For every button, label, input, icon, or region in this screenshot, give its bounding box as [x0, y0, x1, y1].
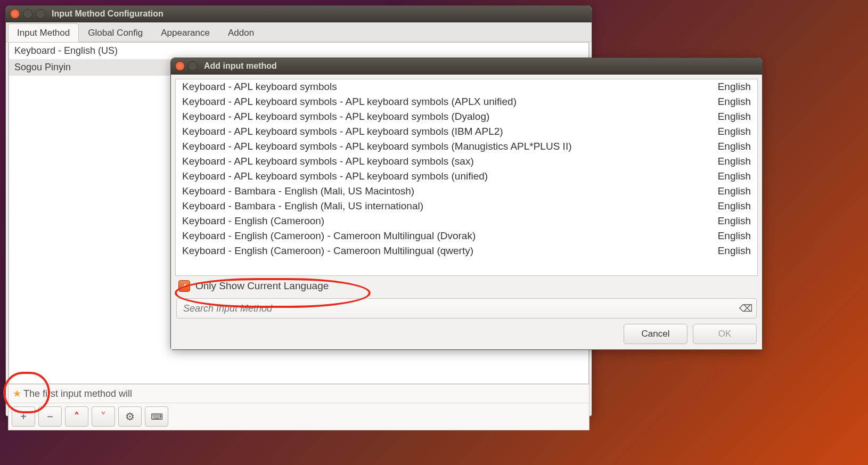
method-name: Keyboard - APL keyboard symbols - APL ke…	[182, 111, 489, 123]
method-language: English	[718, 141, 751, 152]
list-item[interactable]: Keyboard - APL keyboard symbols - APL ke…	[176, 109, 757, 124]
list-item[interactable]: Keyboard - Bambara - English (Mali, US i…	[176, 199, 757, 214]
minus-icon: −	[47, 411, 53, 423]
chevron-down-icon: ˅	[101, 410, 106, 423]
list-item[interactable]: Keyboard - Bambara - English (Mali, US M…	[176, 184, 757, 199]
only-current-language-label: Only Show Current Language	[195, 280, 329, 292]
list-item[interactable]: Keyboard - APL keyboard symbols - APL ke…	[176, 154, 757, 169]
method-name: Keyboard - English (Cameroon) - Cameroon…	[182, 230, 476, 242]
list-item[interactable]: Keyboard - English (Cameroon) - Cameroon…	[176, 229, 757, 243]
method-language: English	[718, 230, 751, 242]
tab-appearance[interactable]: Appearance	[152, 23, 219, 42]
move-down-button[interactable]: ˅	[92, 406, 115, 427]
method-name: Keyboard - Bambara - English (Mali, US i…	[182, 200, 423, 212]
method-name: Keyboard - English (Cameroon)	[182, 215, 324, 227]
close-icon[interactable]	[10, 9, 20, 19]
method-language: English	[718, 245, 751, 257]
tab-input-method[interactable]: Input Method	[8, 23, 79, 42]
dialog-titlebar[interactable]: Add input method	[171, 58, 762, 75]
available-method-list[interactable]: Keyboard - APL keyboard symbolsEnglishKe…	[175, 79, 758, 276]
method-name: Keyboard - English (Cameroon) - Cameroon…	[182, 245, 473, 257]
star-icon: ★	[13, 388, 21, 399]
method-name: Keyboard - APL keyboard symbols	[182, 81, 337, 93]
only-current-language-row[interactable]: ✓ Only Show Current Language	[175, 276, 758, 296]
method-name: Keyboard - Bambara - English (Mali, US M…	[182, 185, 414, 197]
ok-button[interactable]: OK	[693, 324, 757, 344]
tab-addon[interactable]: Addon	[219, 23, 263, 42]
checkbox-checked-icon[interactable]: ✓	[178, 280, 190, 292]
keyboard-layout-button[interactable]: ⌨	[145, 406, 168, 427]
dialog-title: Add input method	[204, 61, 277, 71]
cancel-button[interactable]: Cancel	[624, 324, 687, 344]
method-name: Keyboard - APL keyboard symbols - APL ke…	[182, 156, 474, 167]
window-title: Input Method Configuration	[52, 9, 163, 19]
search-input[interactable]	[176, 298, 757, 319]
main-titlebar[interactable]: Input Method Configuration	[6, 6, 592, 22]
method-name: Keyboard - APL keyboard symbols - APL ke…	[182, 126, 503, 137]
hint-row: ★ The first input method will	[9, 384, 589, 403]
plus-icon: +	[20, 411, 27, 423]
toolbar: + − ˄ ˅ ⚙ ⌨	[9, 403, 589, 430]
keyboard-icon: ⌨	[151, 412, 163, 422]
search-wrap: ⌫	[176, 298, 757, 319]
method-name: Keyboard - APL keyboard symbols - APL ke…	[182, 141, 571, 152]
minimize-icon[interactable]	[23, 9, 32, 19]
dialog-body: Keyboard - APL keyboard symbolsEnglishKe…	[171, 75, 762, 349]
maximize-icon[interactable]	[36, 9, 45, 19]
configure-button[interactable]: ⚙	[118, 406, 142, 427]
clear-icon[interactable]: ⌫	[739, 303, 752, 314]
method-language: English	[718, 111, 751, 123]
method-language: English	[718, 81, 751, 93]
list-item[interactable]: Keyboard - APL keyboard symbols - APL ke…	[176, 169, 757, 184]
method-language: English	[718, 126, 751, 137]
hint-text: The first input method will	[23, 388, 132, 399]
method-language: English	[718, 215, 751, 227]
list-item[interactable]: Keyboard - English (Cameroon) - Cameroon…	[176, 243, 757, 258]
add-button[interactable]: +	[12, 406, 35, 427]
method-language: English	[718, 156, 751, 167]
method-language: English	[718, 170, 751, 182]
list-item[interactable]: Keyboard - APL keyboard symbolsEnglish	[176, 79, 757, 94]
move-up-button[interactable]: ˄	[65, 406, 88, 427]
dialog-button-row: Cancel OK	[175, 321, 758, 345]
chevron-up-icon: ˄	[74, 410, 79, 423]
remove-button[interactable]: −	[38, 406, 62, 427]
list-item[interactable]: Keyboard - APL keyboard symbols - APL ke…	[176, 139, 757, 154]
method-language: English	[718, 200, 751, 212]
list-item[interactable]: Keyboard - APL keyboard symbols - APL ke…	[176, 124, 757, 139]
method-name: Keyboard - APL keyboard symbols - APL ke…	[182, 96, 517, 108]
tab-global-config[interactable]: Global Config	[79, 23, 152, 42]
list-item[interactable]: Keyboard - APL keyboard symbols - APL ke…	[176, 94, 757, 109]
add-input-method-dialog: Add input method Keyboard - APL keyboard…	[170, 58, 763, 350]
list-item[interactable]: Keyboard - English (Cameroon)English	[176, 214, 757, 229]
method-language: English	[718, 96, 751, 108]
gear-icon: ⚙	[125, 410, 135, 423]
method-language: English	[718, 185, 751, 197]
list-item[interactable]: Keyboard - English (US)	[9, 43, 588, 59]
minimize-icon[interactable]	[188, 61, 198, 71]
close-icon[interactable]	[175, 61, 185, 71]
method-name: Keyboard - APL keyboard symbols - APL ke…	[182, 170, 488, 182]
tabbar: Input Method Global Config Appearance Ad…	[6, 22, 592, 42]
